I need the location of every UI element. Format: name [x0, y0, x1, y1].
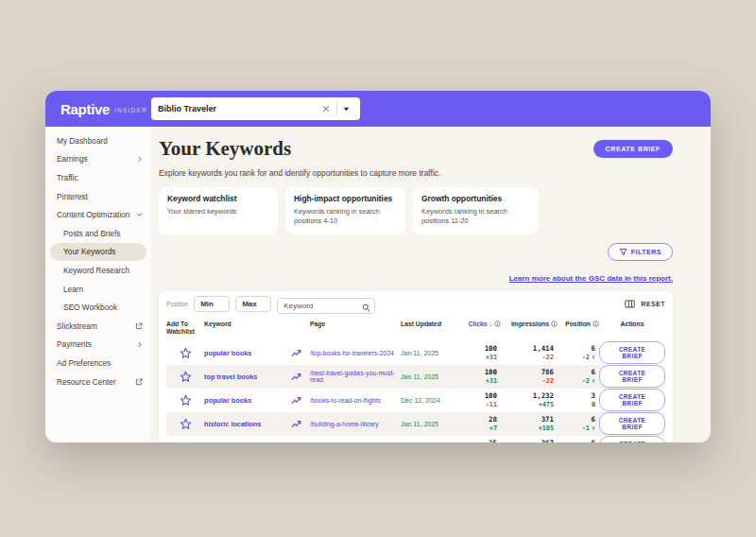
watchlist-cell — [166, 394, 204, 407]
reset-button[interactable]: RESET — [641, 301, 665, 307]
last-updated-cell: Dec 12, 2024 — [401, 397, 457, 404]
clear-search-icon[interactable] — [318, 105, 335, 113]
column-header-position[interactable]: Position — [558, 320, 599, 337]
impressions-change-value: -22 — [542, 354, 554, 361]
card-growth-opportunities[interactable]: Growth opportunities Keywords ranking in… — [413, 187, 539, 234]
card-description: Your starred keywords — [167, 207, 269, 217]
last-updated-cell: Jan 11, 2025 — [401, 373, 457, 380]
position-change-value: 0 — [592, 401, 595, 408]
clicks-value: 25 — [489, 439, 497, 442]
sidebar-item-posts-and-briefs[interactable]: Posts and Briefs — [45, 224, 151, 243]
info-icon[interactable] — [494, 320, 501, 327]
sidebar-item-seo-workbook[interactable]: SEO Workbook — [45, 298, 151, 317]
sidebar-item-my-dashboard[interactable]: My Dashboard — [45, 131, 151, 150]
position-max-input[interactable] — [235, 296, 271, 312]
row-create-brief-button[interactable]: CREATE BRIEF — [599, 436, 665, 442]
row-create-brief-button[interactable]: CREATE BRIEF — [599, 389, 665, 411]
last-updated-value: Dec 12, 2024 — [401, 397, 440, 404]
sidebar-item-ad-preferences[interactable]: Ad Preferences — [45, 354, 151, 372]
keywords-table-panel: Position RESET — [159, 291, 673, 442]
page-link[interactable]: /books-to-read-on-flights — [310, 397, 381, 404]
keyword-trend-chart-icon[interactable] — [291, 349, 301, 357]
sidebar-item-label: Traffic — [57, 173, 78, 182]
last-updated-cell: Jan 11, 2025 — [401, 350, 457, 356]
card-high-impact-opportunities[interactable]: High-impact opportunities Keywords ranki… — [285, 187, 405, 234]
sidebar-item-label: Ad Preferences — [57, 358, 111, 368]
card-title: Keyword watchlist — [167, 194, 269, 203]
sidebar-item-label: Content Optimization — [57, 210, 129, 219]
keyword-cell: historic locations — [204, 420, 310, 428]
column-header-impressions[interactable]: Impressions — [501, 320, 558, 337]
position-cell: 6-2↑ — [558, 368, 599, 384]
clicks-value: 28 — [489, 415, 497, 424]
position-min-input[interactable] — [194, 296, 230, 312]
watchlist-cell — [166, 371, 204, 383]
create-brief-button[interactable]: CREATE BRIEF — [593, 140, 673, 158]
site-search-box — [151, 97, 360, 120]
impressions-cell: 371+105 — [501, 415, 558, 431]
page-link[interactable]: /best-travel-guides-you-must-read — [310, 370, 401, 383]
watchlist-star-icon[interactable] — [180, 347, 192, 359]
keyword-trend-chart-icon[interactable] — [291, 372, 301, 381]
sidebar-item-earnings[interactable]: Earnings — [45, 150, 151, 169]
position-value: 3 — [592, 391, 595, 400]
table-row: popular books/books-to-read-on-flightsDe… — [166, 389, 665, 412]
info-icon[interactable] — [551, 320, 558, 327]
sidebar-item-your-keywords[interactable]: Your Keywords — [50, 243, 146, 262]
impressions-change-value: +475 — [539, 401, 554, 408]
row-create-brief-button[interactable]: CREATE BRIEF — [599, 365, 665, 388]
watchlist-star-icon[interactable] — [180, 394, 192, 407]
page-cell: /top-books-for-travelers-2024 — [310, 350, 401, 356]
sidebar-item-slickstream[interactable]: Slickstream — [45, 317, 151, 336]
sidebar-item-resource-center[interactable]: Resource Center — [45, 372, 151, 391]
site-search-input[interactable] — [158, 104, 318, 113]
watchlist-star-icon[interactable] — [180, 442, 192, 442]
info-icon[interactable] — [593, 320, 599, 327]
keyword-link[interactable]: top travel books — [204, 372, 257, 381]
external-icon — [135, 378, 143, 386]
column-header-watchlist: Add To Watchlist — [166, 320, 204, 337]
impressions-change-value: +105 — [539, 424, 554, 432]
impressions-cell: 1,414-22 — [501, 344, 558, 360]
search-dropdown-caret-icon[interactable] — [339, 107, 353, 112]
keyword-link[interactable]: historic locations — [204, 420, 261, 428]
keyword-trend-chart-icon[interactable] — [291, 396, 301, 405]
clicks-value: 100 — [485, 368, 497, 376]
reset-button-label: RESET — [641, 301, 665, 307]
sidebar-item-learn[interactable]: Learn — [45, 280, 151, 299]
row-create-brief-button[interactable]: CREATE BRIEF — [599, 412, 665, 435]
sidebar-item-payments[interactable]: Payments — [45, 336, 151, 355]
keyword-trend-chart-icon[interactable] — [291, 420, 301, 428]
row-create-brief-button[interactable]: CREATE BRIEF — [599, 341, 665, 364]
chevron-right-icon — [137, 341, 143, 348]
page-link[interactable]: /top-books-for-travelers-2024 — [310, 350, 394, 356]
keyword-link[interactable]: popular books — [204, 396, 251, 405]
position-value: 6 — [592, 368, 595, 376]
column-header-clicks[interactable]: Clicks ↓ — [457, 320, 501, 337]
table-row: top travel books/best-travel-guides-you-… — [166, 365, 665, 389]
table-row: must-read books/top-books-for-travelers-… — [166, 436, 665, 442]
sidebar-item-content-optimization[interactable]: Content Optimization — [45, 205, 151, 224]
keyword-link[interactable]: popular books — [204, 349, 251, 357]
table-row: popular books/top-books-for-travelers-20… — [166, 341, 665, 365]
filters-button[interactable]: FILTERS — [608, 243, 673, 261]
sidebar-item-label: My Dashboard — [57, 136, 108, 146]
position-change-value: -2 — [582, 354, 590, 361]
sort-descending-icon: ↓ — [490, 320, 493, 329]
actions-cell: CREATE BRIEF — [599, 389, 665, 411]
gsc-learn-more-link[interactable]: Learn more about the GSC data in this re… — [509, 274, 673, 283]
sidebar-item-pinterest[interactable]: Pinterest — [45, 187, 151, 206]
page-link[interactable]: /building-a-home-library — [310, 421, 378, 427]
sidebar-item-traffic[interactable]: Traffic — [45, 168, 151, 187]
clicks-cell: 25-3 — [457, 439, 501, 442]
impressions-change: -22 — [542, 377, 554, 385]
watchlist-star-icon[interactable] — [180, 418, 192, 430]
keyword-filter-input[interactable] — [277, 298, 375, 314]
sidebar-item-keyword-research[interactable]: Keyword Research — [45, 261, 151, 280]
main-content: Your Keywords CREATE BRIEF Explore keywo… — [151, 127, 711, 442]
watchlist-star-icon[interactable] — [180, 371, 192, 383]
card-keyword-watchlist[interactable]: Keyword watchlist Your starred keywords — [159, 187, 278, 234]
impressions-value: 1,414 — [533, 344, 554, 353]
page-title: Your Keywords — [159, 137, 291, 161]
columns-icon[interactable] — [625, 300, 635, 308]
